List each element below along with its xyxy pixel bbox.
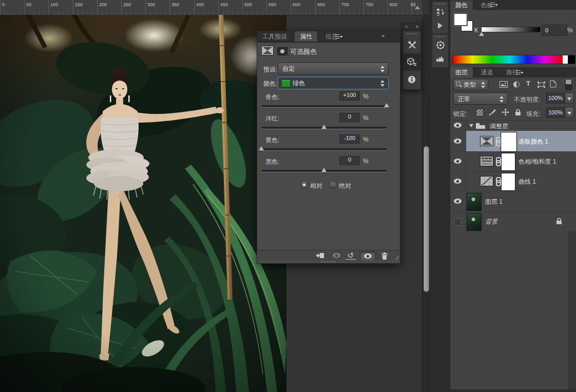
spectrum-white-swatch[interactable] [562, 55, 568, 64]
spectrum-gradient[interactable] [453, 55, 562, 64]
tab-color[interactable]: 颜色 [450, 1, 473, 10]
visibility-eye-icon[interactable] [454, 179, 462, 184]
collapse-panels-button[interactable]: » [405, 24, 408, 29]
layer-mask-thumbnail[interactable] [501, 153, 515, 171]
collapse-panel-icon[interactable]: » [381, 32, 385, 38]
filter-smart-objects-button[interactable] [550, 80, 556, 90]
layer-row-hue-saturation[interactable]: 色相/饱和度 1 [450, 151, 576, 172]
tab-properties[interactable]: 属性 [295, 31, 318, 42]
navigator-panel-button[interactable] [432, 38, 448, 52]
green-color-swatch [281, 80, 291, 87]
close-panels-button[interactable]: × [416, 24, 418, 29]
layer-row-selective-color[interactable]: 选取颜色 1 [450, 131, 576, 152]
color-dropdown[interactable]: 绿色 [278, 77, 389, 89]
delete-adjustment-button[interactable] [379, 251, 390, 260]
history-panel-button[interactable] [432, 6, 448, 19]
lock-transparency-button[interactable] [476, 109, 484, 116]
visibility-eye-icon[interactable] [454, 199, 462, 204]
photo-content [0, 15, 286, 392]
histogram-panel-button[interactable] [432, 52, 448, 65]
mask-link-icon[interactable] [495, 157, 501, 165]
toggle-visibility-button[interactable] [360, 251, 375, 261]
cyan-slider-track[interactable] [261, 105, 387, 107]
info-panel-button[interactable] [403, 71, 420, 88]
yellow-value-field[interactable]: -100 [339, 134, 360, 144]
layer-thumbnail[interactable] [467, 213, 482, 231]
spectrum-black-swatch[interactable] [568, 55, 575, 64]
document-canvas[interactable] [0, 15, 286, 392]
horizontal-ruler[interactable]: 0 50 100 150 200 250 300 350 400 450 500… [0, 0, 422, 15]
visibility-eye-icon[interactable] [454, 123, 462, 128]
opacity-value-field[interactable]: 100% [546, 93, 565, 104]
k-channel-slider[interactable] [481, 27, 541, 32]
visibility-eye-icon[interactable] [454, 159, 462, 164]
hue-saturation-thumbnail-icon[interactable] [480, 156, 493, 166]
visibility-empty-well[interactable] [454, 218, 462, 226]
mask-link-icon[interactable] [495, 137, 501, 145]
fill-dropdown-button[interactable] [565, 107, 574, 118]
magenta-value-field[interactable]: 0 [339, 113, 360, 122]
cyan-value-field[interactable]: +100 [339, 91, 360, 101]
magenta-slider-thumb[interactable] [321, 125, 327, 129]
relative-radio[interactable] [300, 181, 308, 189]
drag-grip[interactable] [321, 261, 336, 263]
k-value-field[interactable]: 0 [542, 25, 567, 36]
black-value-field[interactable]: 0 [339, 156, 360, 165]
filter-shape-layers-button[interactable] [537, 81, 545, 90]
ruler-label: 450 [220, 2, 228, 7]
layer-row-curves[interactable]: 曲线 1 [450, 171, 576, 192]
panel-bottom-edge [257, 260, 400, 263]
filter-text-layers-button[interactable]: T [526, 80, 530, 87]
cyan-slider-thumb[interactable] [384, 103, 389, 107]
preset-dropdown[interactable]: 自定 [278, 63, 389, 75]
layers-scrollbar-track[interactable] [568, 231, 576, 392]
actions-panel-button[interactable] [432, 19, 448, 32]
visibility-eye-icon[interactable] [454, 139, 462, 144]
layer-mask-thumbnail[interactable] [501, 132, 516, 151]
absolute-radio[interactable] [329, 181, 337, 189]
layer-row-group[interactable]: 调整层 [450, 120, 576, 131]
filter-adjustment-layers-button[interactable] [513, 81, 520, 90]
scrollbar-thumb[interactable] [424, 146, 429, 292]
layer-mask-thumbnail[interactable] [501, 173, 515, 191]
filter-type-dropdown[interactable]: 类型 [453, 79, 488, 90]
view-previous-state-button[interactable] [331, 251, 341, 260]
yellow-slider-thumb[interactable] [259, 146, 264, 150]
group-expander-icon[interactable] [469, 124, 473, 127]
clip-to-layer-button[interactable] [314, 251, 326, 260]
tab-tool-presets[interactable]: 工具预设 [257, 31, 293, 42]
canvas-vertical-scrollbar[interactable] [422, 15, 430, 392]
drag-grip[interactable] [435, 3, 446, 5]
color-spectrum-ramp[interactable] [452, 55, 575, 64]
tool-presets-panel-button[interactable] [403, 36, 420, 53]
layer-lock-icon [556, 218, 562, 225]
lock-all-button[interactable] [515, 109, 521, 118]
selective-color-thumbnail-icon[interactable] [480, 136, 493, 146]
tab-channels[interactable]: 通道 [475, 67, 498, 77]
reset-adjustment-button[interactable]: ↺ [345, 252, 356, 260]
drag-grip[interactable] [435, 36, 446, 37]
resize-grip[interactable] [395, 256, 399, 260]
fill-value-field[interactable]: 100% [546, 107, 565, 118]
black-slider-thumb[interactable] [321, 168, 327, 172]
filter-pixel-layers-button[interactable] [500, 81, 508, 90]
chevron-down-icon [567, 112, 571, 115]
blend-mode-dropdown[interactable]: 正常 [453, 93, 508, 105]
foreground-color-swatch[interactable] [454, 13, 467, 26]
layer-row-background[interactable]: 背景 [450, 211, 576, 232]
properties-panel-button[interactable] [403, 53, 420, 71]
tab-layers[interactable]: 图层 [450, 67, 473, 77]
k-slider-thumb[interactable] [479, 32, 484, 36]
lock-pixels-button[interactable] [488, 109, 496, 118]
drag-grip[interactable] [406, 33, 417, 34]
layer-row-layer1[interactable]: 图层 1 [450, 191, 576, 212]
layer-filter-toggle[interactable] [565, 79, 572, 90]
layer-thumbnail[interactable] [467, 193, 482, 211]
curves-thumbnail-icon[interactable] [480, 176, 493, 186]
scroll-up-arrow-icon[interactable] [415, 6, 420, 9]
opacity-dropdown-button[interactable] [565, 93, 574, 104]
lock-position-button[interactable] [502, 108, 509, 118]
layer-mask-icon[interactable] [277, 47, 287, 55]
mask-link-icon[interactable] [495, 177, 501, 185]
yellow-slider-track[interactable] [261, 148, 387, 150]
